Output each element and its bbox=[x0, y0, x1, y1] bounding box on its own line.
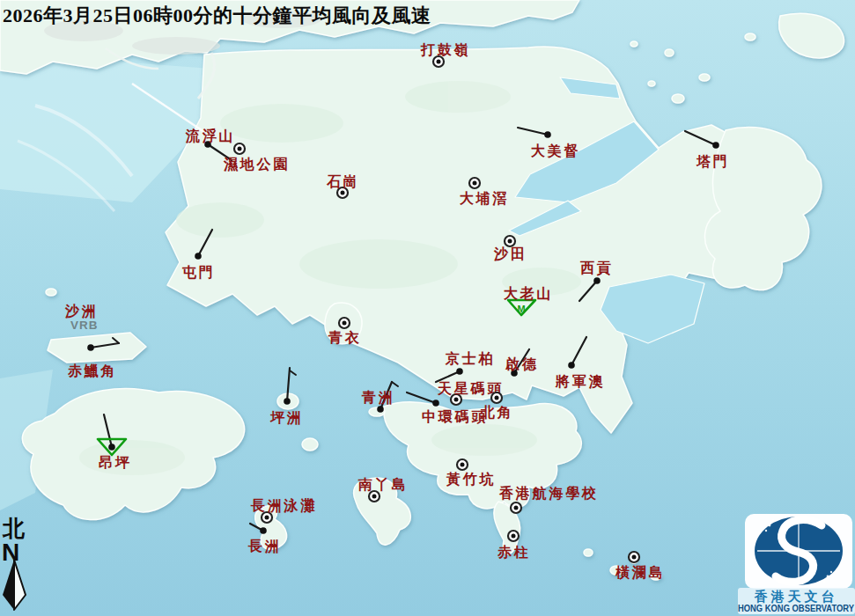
station-label: 昂坪 bbox=[99, 455, 132, 470]
station-label: 流浮山 bbox=[185, 128, 235, 143]
compass-north-zh: 北 bbox=[2, 517, 26, 540]
station-label: 沙洲 bbox=[64, 304, 99, 319]
station-label: 中環碼頭 bbox=[422, 409, 488, 425]
station-label: 沙田 bbox=[493, 246, 527, 261]
station-symbol-dot bbox=[260, 527, 267, 534]
compass-north-en: N bbox=[2, 539, 19, 566]
station-label: 大老山 bbox=[504, 286, 553, 301]
station-symbol-dot bbox=[568, 362, 575, 369]
station-symbol-dot bbox=[544, 131, 551, 138]
station-symbol-dot bbox=[432, 400, 439, 407]
station-label: 將軍澳 bbox=[555, 374, 605, 389]
station-label: 打鼓嶺 bbox=[420, 42, 470, 57]
station-label: 南丫島 bbox=[357, 477, 408, 492]
maintenance-mark: M bbox=[517, 304, 525, 314]
station-symbol-dot bbox=[195, 253, 202, 260]
station-label: 啟德 bbox=[505, 356, 539, 371]
station-label: 赤鱲角 bbox=[67, 363, 117, 378]
station-label: 濕地公園 bbox=[223, 157, 290, 172]
vrb-label: VRB bbox=[70, 319, 99, 332]
station-symbol-dot bbox=[108, 444, 115, 451]
station-label: 石崗 bbox=[326, 174, 360, 189]
hko-wind-map-page: 打鼓嶺流浮山濕地公園石崗大埔滘大美督塔門沙田屯門西貢M大老山VRB沙洲赤鱲角青衣… bbox=[0, 0, 855, 616]
station-label: 長洲泳灘 bbox=[250, 497, 317, 513]
station-label: 青洲 bbox=[361, 390, 395, 405]
logo-name-en: HONG KONG OBSERVATORY bbox=[738, 603, 854, 613]
station-symbol-dot bbox=[377, 406, 384, 413]
station-label: 赤柱 bbox=[497, 545, 531, 560]
wind-map: 打鼓嶺流浮山濕地公園石崗大埔滘大美督塔門沙田屯門西貢M大老山VRB沙洲赤鱲角青衣… bbox=[0, 0, 855, 616]
station-symbol-dot bbox=[456, 368, 463, 375]
land-sha-chau bbox=[46, 289, 56, 296]
station-symbol-dot bbox=[593, 277, 601, 284]
station-label: 青衣 bbox=[328, 330, 362, 345]
station-label: 橫瀾島 bbox=[615, 565, 665, 580]
station-symbol-dot bbox=[712, 142, 719, 149]
station-label: 大埔滘 bbox=[460, 190, 509, 206]
land-hei-ling-chau bbox=[302, 438, 318, 451]
station-label: 西貢 bbox=[579, 260, 614, 276]
station-symbol-dot bbox=[87, 344, 94, 351]
station-label: 坪洲 bbox=[269, 410, 304, 425]
station-symbol-dot bbox=[284, 398, 291, 405]
station-label: 長洲 bbox=[247, 539, 282, 554]
station-label: 京士柏 bbox=[445, 350, 495, 366]
station-label: 黃竹坑 bbox=[446, 472, 496, 487]
station-label: 香港航海學校 bbox=[498, 485, 599, 501]
station-label: 塔門 bbox=[696, 154, 730, 169]
logo-name-zh: 香港天文台 bbox=[754, 589, 838, 604]
hko-logo: 香港天文台 HONG KONG OBSERVATORY bbox=[738, 514, 855, 614]
station-label: 屯門 bbox=[181, 265, 216, 280]
station-label: 北角 bbox=[480, 405, 514, 420]
map-title: 2026年3月25日06時00分的十分鐘平均風向及風速 bbox=[3, 4, 431, 26]
station-label: 大美督 bbox=[531, 143, 580, 158]
